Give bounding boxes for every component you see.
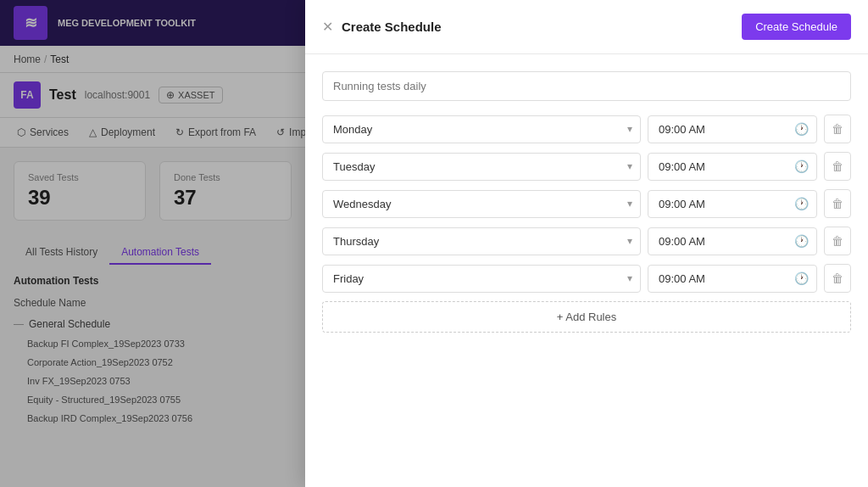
delete-rule-button-3[interactable]: 🗑 (824, 227, 851, 255)
day-select-1[interactable]: MondayTuesdayWednesdayThursdayFridaySatu… (322, 153, 641, 181)
trash-icon: 🗑 (832, 234, 843, 248)
time-input-wrapper: 🕐 (648, 115, 817, 143)
day-select-wrapper: MondayTuesdayWednesdayThursdayFridaySatu… (322, 265, 641, 293)
modal-title-row: ✕ Create Schedule (322, 19, 442, 35)
time-input-4[interactable] (648, 265, 817, 293)
trash-icon: 🗑 (832, 197, 843, 210)
rule-row: MondayTuesdayWednesdayThursdayFridaySatu… (322, 115, 851, 143)
trash-icon: 🗑 (832, 271, 843, 285)
modal-title: Create Schedule (342, 20, 442, 34)
create-schedule-panel: ✕ Create Schedule Create Schedule Monday… (305, 0, 868, 487)
rule-row: MondayTuesdayWednesdayThursdayFridaySatu… (322, 189, 851, 218)
day-select-0[interactable]: MondayTuesdayWednesdayThursdayFridaySatu… (322, 115, 641, 143)
close-button[interactable]: ✕ (322, 19, 333, 35)
day-select-wrapper: MondayTuesdayWednesdayThursdayFridaySatu… (322, 227, 641, 255)
time-input-wrapper: 🕐 (648, 190, 817, 218)
day-select-wrapper: MondayTuesdayWednesdayThursdayFridaySatu… (322, 190, 641, 218)
time-input-2[interactable] (648, 190, 817, 218)
schedule-name-input[interactable] (322, 71, 851, 101)
rule-row: MondayTuesdayWednesdayThursdayFridaySatu… (322, 227, 851, 255)
day-select-3[interactable]: MondayTuesdayWednesdayThursdayFridaySatu… (322, 227, 641, 255)
modal-header: ✕ Create Schedule Create Schedule (305, 0, 868, 54)
day-select-wrapper: MondayTuesdayWednesdayThursdayFridaySatu… (322, 115, 641, 143)
delete-rule-button-4[interactable]: 🗑 (824, 264, 851, 293)
delete-rule-button-1[interactable]: 🗑 (824, 152, 851, 181)
delete-rule-button-0[interactable]: 🗑 (824, 115, 851, 143)
time-input-0[interactable] (648, 115, 817, 143)
rules-container: MondayTuesdayWednesdayThursdayFridaySatu… (322, 115, 851, 293)
time-input-wrapper: 🕐 (648, 227, 817, 255)
day-select-wrapper: MondayTuesdayWednesdayThursdayFridaySatu… (322, 153, 641, 181)
rule-row: MondayTuesdayWednesdayThursdayFridaySatu… (322, 152, 851, 181)
time-input-wrapper: 🕐 (648, 153, 817, 181)
modal-body: MondayTuesdayWednesdayThursdayFridaySatu… (305, 54, 868, 487)
trash-icon: 🗑 (832, 122, 843, 136)
time-input-1[interactable] (648, 153, 817, 181)
time-input-wrapper: 🕐 (648, 265, 817, 293)
add-rules-button[interactable]: + Add Rules (322, 301, 851, 333)
time-input-3[interactable] (648, 227, 817, 255)
day-select-4[interactable]: MondayTuesdayWednesdayThursdayFridaySatu… (322, 265, 641, 293)
delete-rule-button-2[interactable]: 🗑 (824, 189, 851, 218)
create-schedule-button[interactable]: Create Schedule (742, 14, 851, 40)
trash-icon: 🗑 (832, 160, 843, 173)
rule-row: MondayTuesdayWednesdayThursdayFridaySatu… (322, 264, 851, 293)
day-select-2[interactable]: MondayTuesdayWednesdayThursdayFridaySatu… (322, 190, 641, 218)
